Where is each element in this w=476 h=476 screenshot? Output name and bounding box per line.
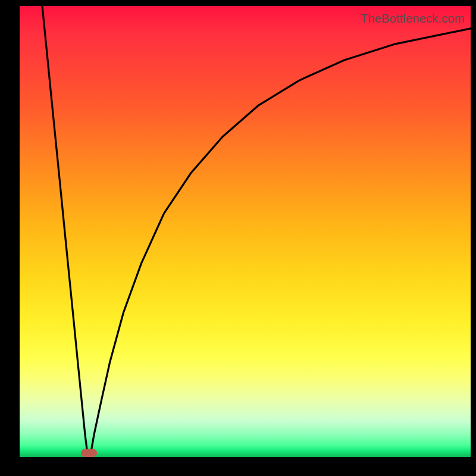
min-marker bbox=[81, 449, 97, 457]
chart-plot-area: TheBottleneck.com bbox=[20, 6, 471, 457]
attribution-label: TheBottleneck.com bbox=[361, 12, 465, 26]
chart-frame: TheBottleneck.com bbox=[0, 0, 476, 476]
chart-svg bbox=[20, 6, 471, 457]
chart-curve bbox=[42, 6, 471, 457]
